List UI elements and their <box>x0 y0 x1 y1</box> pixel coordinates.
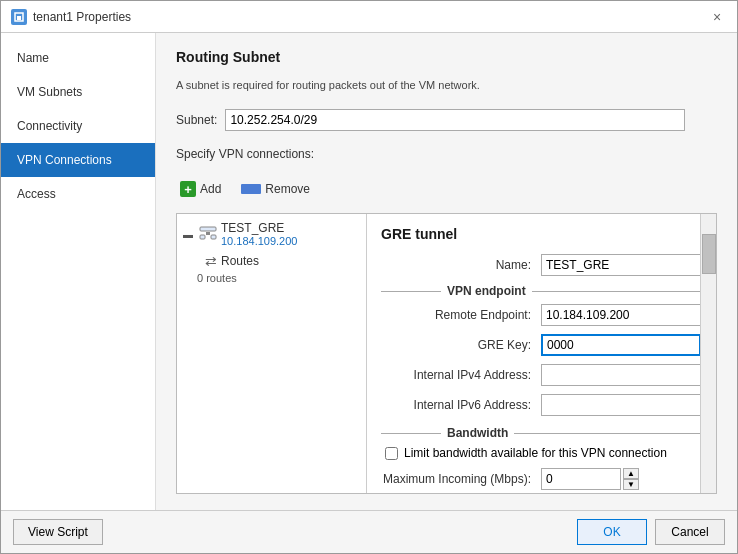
remove-button[interactable]: Remove <box>237 180 314 198</box>
internal-ipv6-row: Internal IPv6 Address: <box>381 394 702 416</box>
sidebar-item-vm-subnets[interactable]: VM Subnets <box>1 75 155 109</box>
spinner-up[interactable]: ▲ <box>623 468 639 479</box>
section-desc: A subnet is required for routing packets… <box>176 79 717 91</box>
routes-count: 0 routes <box>177 272 366 286</box>
remove-label: Remove <box>265 182 310 196</box>
limit-bandwidth-checkbox[interactable] <box>385 447 398 460</box>
cancel-button[interactable]: Cancel <box>655 519 725 545</box>
internal-ipv4-label: Internal IPv4 Address: <box>381 368 541 382</box>
vpn-endpoint-label: VPN endpoint <box>381 284 702 298</box>
remote-endpoint-label: Remote Endpoint: <box>381 308 541 322</box>
svg-rect-2 <box>200 227 216 231</box>
window-title: tenant1 Properties <box>33 10 131 24</box>
specify-label: Specify VPN connections: <box>176 147 717 161</box>
svg-rect-4 <box>200 235 205 239</box>
sidebar-item-connectivity[interactable]: Connectivity <box>1 109 155 143</box>
sidebar-item-vpn-connections[interactable]: VPN Connections <box>1 143 155 177</box>
tree-routes-item[interactable]: ⇄ Routes <box>177 250 366 272</box>
routes-label: Routes <box>221 254 259 268</box>
detail-name-row: Name: <box>381 254 702 276</box>
svg-rect-1 <box>17 16 21 20</box>
max-incoming-spinner[interactable]: ▲ ▼ <box>623 468 639 490</box>
detail-name-label: Name: <box>381 258 541 272</box>
bandwidth-label: Bandwidth <box>381 426 702 440</box>
sidebar: Name VM Subnets Connectivity VPN Connect… <box>1 33 156 510</box>
sidebar-item-access[interactable]: Access <box>1 177 155 211</box>
subnet-row: Subnet: <box>176 109 717 131</box>
max-incoming-label: Maximum Incoming (Mbps): <box>381 472 541 486</box>
gre-key-row: GRE Key: <box>381 334 702 356</box>
main-content: Routing Subnet A subnet is required for … <box>156 33 737 510</box>
scrollbar-thumb[interactable] <box>702 234 716 274</box>
remote-endpoint-input[interactable] <box>541 304 701 326</box>
internal-ipv4-row: Internal IPv4 Address: <box>381 364 702 386</box>
subnet-label: Subnet: <box>176 113 217 127</box>
tree-connection-label: TEST_GRE 10.184.109.200 <box>221 221 297 247</box>
window-body: Name VM Subnets Connectivity VPN Connect… <box>1 33 737 510</box>
add-label: Add <box>200 182 221 196</box>
detail-pane: GRE tunnel Name: VPN endpoint Remote End… <box>367 214 716 493</box>
view-script-button[interactable]: View Script <box>13 519 103 545</box>
detail-title: GRE tunnel <box>381 226 702 242</box>
max-incoming-row: Maximum Incoming (Mbps): ▲ ▼ <box>381 468 702 490</box>
tree-network-icon <box>199 226 217 243</box>
title-bar: tenant1 Properties × <box>1 1 737 33</box>
section-title: Routing Subnet <box>176 49 717 65</box>
detail-name-input[interactable] <box>541 254 701 276</box>
sidebar-item-name[interactable]: Name <box>1 41 155 75</box>
spinner-down[interactable]: ▼ <box>623 479 639 490</box>
max-incoming-input[interactable] <box>541 468 621 490</box>
svg-rect-5 <box>211 235 216 239</box>
limit-bandwidth-row: Limit bandwidth available for this VPN c… <box>381 446 702 460</box>
routes-icon: ⇄ <box>205 253 217 269</box>
properties-window: tenant1 Properties × Name VM Subnets Con… <box>0 0 738 554</box>
close-button[interactable]: × <box>707 7 727 27</box>
bandwidth-section: Bandwidth Limit bandwidth available for … <box>381 426 702 490</box>
svg-rect-3 <box>206 232 210 235</box>
detail-scrollbar[interactable] <box>700 214 716 493</box>
gre-key-input[interactable] <box>541 334 701 356</box>
gre-key-label: GRE Key: <box>381 338 541 352</box>
internal-ipv6-input[interactable] <box>541 394 701 416</box>
internal-ipv4-input[interactable] <box>541 364 701 386</box>
tree-pane: ▬ TEST_GRE 10.184.109.200 <box>177 214 367 493</box>
split-pane: ▬ TEST_GRE 10.184.109.200 <box>176 213 717 494</box>
title-bar-left: tenant1 Properties <box>11 9 131 25</box>
vpn-toolbar: + Add Remove <box>176 175 717 203</box>
vpn-endpoint-group: VPN endpoint Remote Endpoint: GRE Key: I… <box>381 284 702 416</box>
add-icon: + <box>180 181 196 197</box>
remove-icon <box>241 184 261 194</box>
remote-endpoint-row: Remote Endpoint: <box>381 304 702 326</box>
tree-connection-item[interactable]: ▬ TEST_GRE 10.184.109.200 <box>177 218 366 250</box>
footer-right: OK Cancel <box>577 519 725 545</box>
internal-ipv6-label: Internal IPv6 Address: <box>381 398 541 412</box>
tree-expand-icon: ▬ <box>183 229 195 240</box>
window-icon <box>11 9 27 25</box>
footer: View Script OK Cancel <box>1 510 737 553</box>
subnet-input[interactable] <box>225 109 685 131</box>
ok-button[interactable]: OK <box>577 519 647 545</box>
limit-bandwidth-label: Limit bandwidth available for this VPN c… <box>404 446 667 460</box>
add-button[interactable]: + Add <box>176 179 225 199</box>
